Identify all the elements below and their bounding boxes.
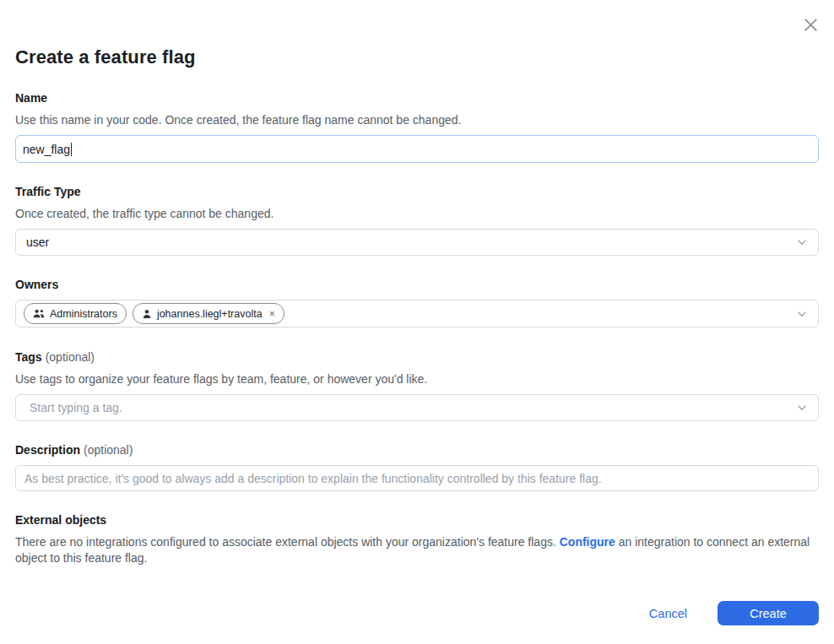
external-objects-text: There are no integrations configured to … — [15, 534, 819, 566]
owners-section: Owners Administrators — [15, 278, 819, 327]
cancel-button[interactable]: Cancel — [641, 602, 696, 625]
traffic-type-select[interactable]: user — [15, 229, 819, 256]
chevron-down-icon — [796, 402, 808, 414]
traffic-type-value: user — [26, 235, 49, 249]
name-input[interactable]: new_flag — [15, 135, 819, 163]
text-caret — [71, 143, 72, 156]
chevron-down-icon — [796, 236, 808, 248]
configure-link[interactable]: Configure — [560, 535, 615, 549]
traffic-type-label: Traffic Type — [15, 185, 819, 199]
description-optional-text: (optional) — [84, 443, 133, 457]
name-label: Name — [15, 91, 819, 106]
group-icon — [33, 309, 45, 318]
tags-section: Tags(optional) Use tags to organize your… — [15, 350, 819, 421]
name-input-value: new_flag — [23, 143, 70, 156]
description-label: Description(optional) — [15, 443, 819, 457]
tags-input-wrap — [15, 394, 819, 421]
tags-label: Tags(optional) — [15, 350, 819, 365]
external-objects-section: External objects There are no integratio… — [15, 513, 819, 566]
user-icon — [142, 309, 152, 319]
owners-chip-list: Administrators johannes.liegl+travolta × — [24, 303, 284, 324]
remove-chip-icon[interactable]: × — [269, 309, 275, 319]
traffic-type-help-text: Once created, the traffic type cannot be… — [15, 206, 819, 221]
description-label-text: Description — [15, 443, 80, 457]
owner-chip-label: johannes.liegl+travolta — [157, 308, 263, 320]
create-button[interactable]: Create — [718, 601, 819, 625]
owners-select[interactable]: Administrators johannes.liegl+travolta × — [15, 300, 819, 327]
modal-footer: Cancel Create — [15, 601, 819, 625]
external-objects-label: External objects — [15, 513, 819, 528]
modal-title: Create a feature flag — [15, 0, 819, 68]
tags-label-text: Tags — [15, 350, 42, 364]
create-feature-flag-modal: Create a feature flag Name Use this name… — [0, 0, 834, 644]
name-help-text: Use this name in your code. Once created… — [15, 112, 819, 127]
description-section: Description(optional) — [15, 443, 819, 491]
tags-input[interactable] — [16, 395, 796, 420]
owner-chip-label: Administrators — [50, 308, 117, 320]
tags-optional-text: (optional) — [46, 350, 95, 364]
name-field-section: Name Use this name in your code. Once cr… — [15, 91, 819, 163]
close-button[interactable] — [799, 14, 821, 35]
close-icon — [802, 16, 820, 34]
owners-label: Owners — [15, 278, 819, 292]
chevron-down-icon — [796, 308, 808, 320]
owner-chip-user[interactable]: johannes.liegl+travolta × — [133, 303, 284, 324]
owner-chip-administrators[interactable]: Administrators — [24, 303, 127, 324]
external-objects-text-before: There are no integrations configured to … — [15, 535, 560, 549]
tags-help-text: Use tags to organize your feature flags … — [15, 371, 819, 387]
description-input[interactable] — [15, 465, 819, 491]
traffic-type-section: Traffic Type Once created, the traffic t… — [15, 185, 819, 256]
